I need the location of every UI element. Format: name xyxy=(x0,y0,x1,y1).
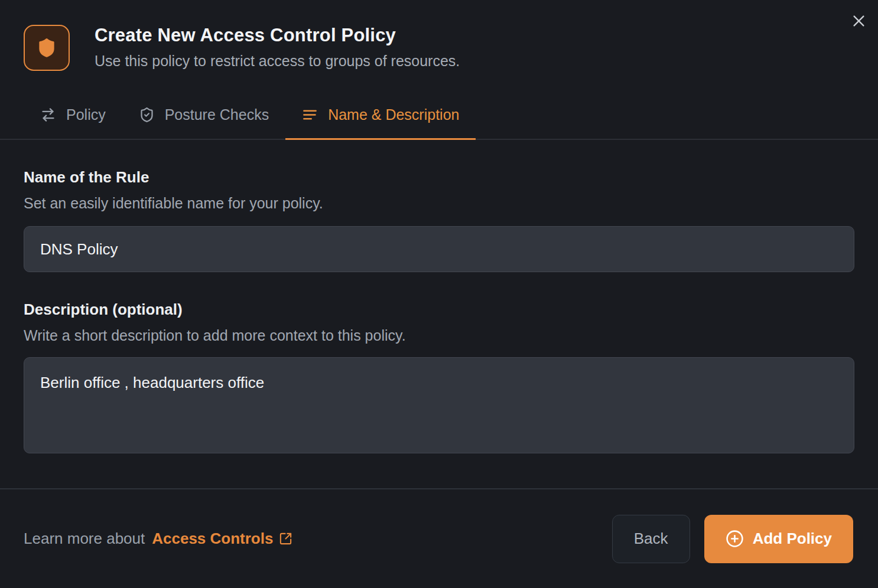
description-field-label: Description (optional) xyxy=(24,300,854,319)
swap-arrows-icon xyxy=(40,107,56,123)
tab-name-description[interactable]: Name & Description xyxy=(285,106,476,140)
text-lines-icon xyxy=(302,107,318,123)
description-textarea[interactable]: Berlin office , headquarters office xyxy=(24,357,854,453)
description-field-help: Write a short description to add more co… xyxy=(24,327,854,344)
policy-shield-badge xyxy=(24,25,70,71)
external-link-icon xyxy=(279,532,292,545)
learn-more: Learn more about Access Controls xyxy=(24,530,292,548)
x-icon xyxy=(851,13,867,29)
tab-name-description-label: Name & Description xyxy=(328,106,459,123)
add-policy-button[interactable]: Add Policy xyxy=(704,515,853,563)
learn-more-prefix: Learn more about xyxy=(24,530,145,548)
shield-check-icon xyxy=(139,107,155,123)
close-button[interactable] xyxy=(848,11,869,31)
tab-policy-label: Policy xyxy=(66,106,106,123)
plus-circle-icon xyxy=(726,530,744,548)
modal-subtitle: Use this policy to restrict access to gr… xyxy=(95,53,460,70)
modal-footer: Learn more about Access Controls Back xyxy=(0,488,878,588)
footer-buttons: Back Add Policy xyxy=(612,515,853,563)
name-field-label: Name of the Rule xyxy=(24,168,854,187)
tab-posture-checks-label: Posture Checks xyxy=(165,106,269,123)
tab-bar: Policy Posture Checks Name & Description xyxy=(0,106,878,140)
rule-name-input[interactable] xyxy=(24,226,854,272)
tab-posture-checks[interactable]: Posture Checks xyxy=(122,106,285,140)
name-field-help: Set an easily identifiable name for your… xyxy=(24,195,854,212)
form-body: Name of the Rule Set an easily identifia… xyxy=(0,168,878,453)
add-policy-button-label: Add Policy xyxy=(753,530,832,548)
access-controls-link[interactable]: Access Controls xyxy=(152,530,292,548)
shield-icon xyxy=(35,37,58,59)
tab-policy[interactable]: Policy xyxy=(24,106,122,140)
modal-title: Create New Access Control Policy xyxy=(95,25,460,46)
back-button[interactable]: Back xyxy=(612,515,690,563)
modal-header: Create New Access Control Policy Use thi… xyxy=(0,0,878,71)
access-controls-link-label: Access Controls xyxy=(152,530,273,548)
